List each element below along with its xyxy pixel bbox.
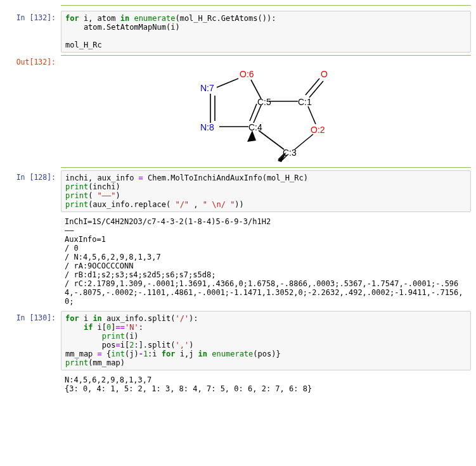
- code-input[interactable]: inchi, aux_info = Chem.MolToInchiAndAuxI…: [61, 170, 471, 212]
- divider: [61, 5, 471, 6]
- output-cell: Out[132]:: [5, 55, 471, 168]
- code-cell: In [128]: inchi, aux_info = Chem.MolToIn…: [5, 170, 471, 212]
- out-prompt: Out[132]:: [5, 55, 61, 168]
- empty-prompt: [5, 215, 61, 308]
- atom-label: O:2: [311, 125, 325, 135]
- svg-line-12: [259, 130, 284, 149]
- atom-label: N:8: [200, 122, 214, 132]
- atom-label: C:5: [257, 97, 271, 107]
- svg-line-2: [217, 79, 238, 87]
- atom-label: C:3: [283, 148, 297, 158]
- code-input[interactable]: for i in aux_info.split('/'): if i[0]=='…: [61, 311, 471, 370]
- in-prompt: In [130]:: [5, 311, 61, 370]
- code-input[interactable]: for i, atom in enumerate(mol_H_Rc.GetAto…: [61, 11, 471, 53]
- code-cell: In [130]: for i in aux_info.split('/'): …: [5, 311, 471, 370]
- in-prompt: In [128]:: [5, 170, 61, 212]
- svg-line-11: [295, 134, 313, 149]
- svg-line-8: [306, 79, 319, 95]
- atom-label: O:6: [240, 69, 254, 79]
- atom-label: N:7: [200, 83, 214, 93]
- in-prompt: In [132]:: [5, 11, 61, 53]
- molecule-svg: O:6 N:7 N:8 C:5 C:4 C:3 C:1 O:2 O: [184, 61, 349, 162]
- molecule-output: O:6 N:7 N:8 C:5 C:4 C:3 C:1 O:2 O: [61, 55, 471, 168]
- code-cell: In [132]: for i, atom in enumerate(mol_H…: [5, 11, 471, 53]
- atom-label: C:1: [298, 97, 312, 107]
- stdout: N:4,5,6,2,9,8,1,3,7 {3: 0, 4: 1, 5: 2, 1…: [61, 373, 471, 396]
- svg-line-9: [309, 81, 323, 98]
- output-cell: InChI=1S/C4H2N2O3/c7-4-3-2(1-8-4)5-6-9-3…: [5, 215, 471, 308]
- empty-prompt: [5, 373, 61, 396]
- stdout: InChI=1S/C4H2N2O3/c7-4-3-2(1-8-4)5-6-9-3…: [61, 215, 471, 308]
- output-cell: N:4,5,6,2,9,8,1,3,7 {3: 0, 4: 1, 5: 2, 1…: [5, 373, 471, 396]
- atom-label: C:4: [248, 122, 262, 132]
- svg-line-3: [251, 80, 261, 99]
- svg-line-10: [308, 106, 316, 124]
- atom-label: O: [321, 69, 328, 79]
